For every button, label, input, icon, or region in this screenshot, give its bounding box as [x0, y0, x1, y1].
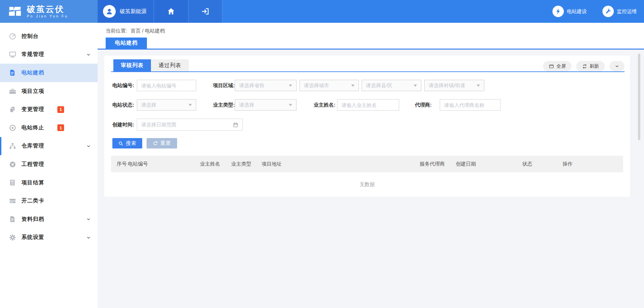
brand-logo: 破茧云伏 Po Jian Yun Fu [0, 0, 98, 23]
archive-icon [8, 215, 17, 223]
sidebar-item-station-termination[interactable]: 电站终止 1 [0, 119, 98, 137]
chevron-down-icon [86, 217, 91, 222]
refresh-button[interactable]: 刷新 [576, 61, 605, 71]
city-select[interactable]: 请选择城市 [300, 80, 359, 91]
fullscreen-icon [549, 64, 554, 69]
fullscreen-button[interactable]: 全屏 [543, 61, 572, 71]
owner-name-input[interactable] [337, 99, 399, 111]
sitemap-icon [8, 142, 17, 150]
town-select[interactable]: 请选择村镇/街道 [424, 80, 484, 91]
brand-subtitle: Po Jian Yun Fu [27, 14, 68, 18]
wrench-icon-wrap [602, 6, 614, 17]
sidebar-item-system-settings[interactable]: 系统设置 [0, 229, 98, 247]
search-button[interactable]: 搜索 [112, 138, 142, 148]
tab-review-list[interactable]: 审核列表 [113, 59, 151, 71]
station-status-select[interactable]: 请选择 [137, 99, 196, 111]
sidebar-item-console[interactable]: 控制台 [0, 27, 98, 46]
bolt-icon [555, 8, 561, 15]
sidebar-item-general-mgmt[interactable]: 常规管理 [0, 46, 98, 64]
label-agent: 代理商: [415, 99, 432, 111]
badge-count: 1 [57, 106, 64, 113]
copy-icon [8, 106, 17, 113]
nav-label: 监控运维 [617, 8, 637, 15]
nav-label: 电站建设 [567, 8, 587, 15]
bolt-icon-wrap [552, 6, 564, 17]
dashboard-icon [8, 33, 17, 40]
wrench-icon [605, 8, 611, 15]
caret-down-icon [189, 104, 192, 106]
breadcrumb-prefix: 当前位置: [106, 28, 127, 34]
col-station-no: 电站编号 [128, 156, 200, 172]
file-icon [8, 69, 17, 76]
county-select[interactable]: 请选择县/区 [362, 80, 421, 91]
table-header-row: 序号 电站编号 业主姓名 业主类型 项目地址 服务代理商 创建日期 状态 操作 [111, 156, 623, 172]
col-actions: 操作 [562, 156, 623, 172]
chevron-down-icon [86, 144, 91, 148]
nav-monitoring-ops[interactable]: 监控运维 [602, 0, 637, 23]
badge-count: 1 [57, 124, 64, 131]
label-station-no: 电站编号: [112, 80, 134, 91]
target-icon [8, 124, 17, 132]
caret-down-icon [414, 84, 417, 87]
company-name: 破茧新能源 [120, 8, 147, 15]
chevron-down-icon [86, 235, 91, 240]
user-avatar [103, 5, 116, 18]
owner-type-select[interactable]: 请选择 [235, 99, 297, 111]
sidebar-item-project-initiation[interactable]: 项目立项 [0, 82, 98, 101]
results-table: 序号 电站编号 业主姓名 业主类型 项目地址 服务代理商 创建日期 状态 操作 … [111, 156, 623, 196]
breadcrumb: 当前位置: 首页 / 电站建档 [106, 28, 165, 34]
station-no-input[interactable] [137, 80, 196, 91]
sidebar-item-engineering-mgmt[interactable]: 工程管理 [0, 155, 98, 174]
home-button[interactable] [154, 0, 189, 23]
current-user[interactable]: 破茧新能源 [98, 0, 154, 23]
tab-passed-list[interactable]: 通过列表 [151, 59, 189, 71]
reset-button[interactable]: 重置 [147, 138, 177, 148]
briefcase-icon [8, 87, 17, 95]
sidebar-item-warehouse-mgmt[interactable]: 仓库管理 [0, 137, 98, 156]
sidebar-item-change-mgmt[interactable]: 变更管理 1 [0, 100, 98, 119]
sidebar: 控制台 常规管理 电站建档 项目立项 [0, 23, 98, 308]
caret-down-icon [289, 104, 292, 106]
home-icon [167, 7, 175, 16]
col-service-agent: 服务代理商 [420, 156, 456, 172]
panel-card: 审核列表 通过列表 全屏 刷新 [104, 56, 630, 197]
col-owner-name: 业主姓名 [200, 156, 231, 172]
nav-station-construction[interactable]: 电站建设 [552, 0, 587, 23]
label-owner-type: 业主类型: [213, 99, 235, 111]
col-seq: 序号 [111, 156, 128, 172]
panel-toolbar: 全屏 刷新 [543, 60, 625, 71]
date-range-input[interactable]: 请选择日期范围 [137, 119, 243, 131]
gauge-icon [8, 161, 17, 168]
collapse-button[interactable] [609, 61, 625, 71]
sign-in-icon [201, 7, 210, 16]
col-project-address: 项目地址 [262, 156, 420, 172]
card-icon [8, 197, 17, 205]
agent-input[interactable] [440, 99, 500, 111]
caret-down-icon [477, 84, 480, 87]
province-select[interactable]: 请选择省份 [235, 80, 297, 91]
search-icon [118, 141, 123, 146]
label-region: 项目区域: [213, 80, 235, 91]
page-scrollbar-thumb[interactable] [638, 54, 640, 140]
person-icon [105, 7, 113, 15]
col-created-date: 创建日期 [456, 156, 522, 172]
logout-button[interactable] [189, 0, 222, 23]
empty-state: 无数据 [111, 172, 623, 196]
label-created-time: 创建时间: [112, 119, 134, 130]
reset-icon [153, 141, 158, 146]
page-tab-station-filing[interactable]: 电站建档 [106, 38, 147, 49]
panel-tabs: 审核列表 通过列表 全屏 刷新 [111, 59, 625, 72]
caret-down-icon [351, 84, 355, 87]
chevron-down-icon [86, 52, 91, 57]
sidebar-item-data-archive[interactable]: 资料归档 [0, 210, 98, 229]
caret-down-icon [289, 84, 292, 87]
app-header: 破茧云伏 Po Jian Yun Fu 破茧新能源 电站建设 [0, 0, 644, 23]
col-status: 状态 [522, 156, 562, 172]
chevron-down-icon [614, 64, 620, 69]
sidebar-item-station-filing[interactable]: 电站建档 [0, 64, 98, 82]
sidebar-item-open-type2-card[interactable]: 开二类卡 [0, 192, 98, 210]
sidebar-item-project-settlement[interactable]: 项目结算 [0, 174, 98, 192]
brand-title: 破茧云伏 [27, 5, 68, 13]
content-area: 审核列表 通过列表 全屏 刷新 [98, 51, 644, 308]
breadcrumb-path: 首页 / 电站建档 [130, 28, 165, 34]
